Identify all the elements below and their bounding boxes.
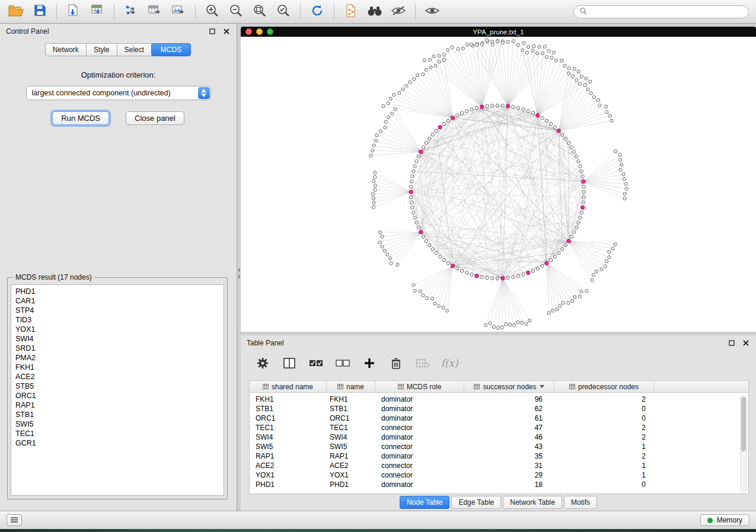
search-network-button[interactable] [363, 2, 386, 21]
tab-style[interactable]: Style [86, 43, 117, 56]
table-scrollbar[interactable] [740, 395, 747, 492]
mcds-result-item[interactable]: STB5 [15, 382, 219, 391]
network-graph[interactable] [241, 37, 756, 332]
search-box[interactable] [573, 5, 749, 18]
delete-column-button[interactable] [388, 355, 404, 371]
zoom-out-button[interactable] [225, 2, 247, 21]
close-panel-icon[interactable] [741, 339, 750, 348]
tab-mcds[interactable]: MCDS [151, 43, 191, 56]
table-row[interactable]: YOX1YOX1connector291 [250, 470, 748, 480]
mcds-result-item[interactable]: PMA2 [15, 353, 219, 363]
column-header-name[interactable]: name [327, 381, 375, 392]
close-panel-icon[interactable] [222, 27, 231, 36]
mcds-result-item[interactable]: SWI5 [15, 419, 219, 429]
table-row[interactable]: SWI5SWI5connector431 [250, 442, 748, 451]
open-session-button[interactable] [5, 2, 27, 21]
mcds-result-item[interactable]: ORC1 [15, 391, 219, 400]
table-cell: 46 [464, 433, 554, 441]
run-mcds-button[interactable]: Run MCDS [52, 111, 109, 125]
import-network-file-button[interactable] [62, 2, 85, 21]
tab-network-table[interactable]: Network Table [503, 496, 562, 509]
add-column-button[interactable] [362, 355, 377, 371]
zoom-selected-button[interactable] [272, 2, 295, 21]
deselect-all-button[interactable] [335, 355, 350, 371]
table-cell: dominator [375, 414, 464, 422]
share-document-button[interactable] [340, 2, 362, 21]
minimize-window-icon[interactable] [256, 28, 263, 35]
network-export-icon [124, 4, 138, 20]
task-history-button[interactable] [7, 514, 22, 526]
show-graphics-button[interactable] [421, 2, 444, 21]
select-all-button[interactable] [308, 355, 324, 371]
import-table-file-button[interactable] [86, 2, 109, 21]
table-cell: STB1 [250, 405, 327, 413]
mcds-result-list[interactable]: PHD1CAR1STP4TID3YOX1SWI4SRD1PMA2FKH1ACE2… [11, 284, 224, 496]
column-header-shared-name[interactable]: shared name [250, 381, 327, 392]
network-canvas[interactable] [241, 37, 756, 332]
table-row[interactable]: RAP1RAP1dominator352 [250, 451, 748, 461]
export-image-button[interactable] [167, 2, 190, 21]
optimization-criterion-select[interactable]: largest connected component (undirected) [26, 86, 211, 100]
mcds-result-item[interactable]: SWI4 [15, 334, 219, 344]
refresh-button[interactable] [306, 2, 328, 21]
mcds-result-item[interactable]: STB1 [15, 410, 219, 419]
mcds-result-item[interactable]: ACE2 [15, 372, 219, 382]
table-cell: 1 [554, 462, 654, 470]
table-scrollbar-thumb[interactable] [741, 397, 746, 451]
split-column-button[interactable] [282, 355, 297, 371]
mcds-result-item[interactable]: TID3 [15, 315, 219, 325]
image-export-icon [171, 4, 186, 20]
tab-select[interactable]: Select [117, 43, 152, 56]
table-cell: 18 [464, 480, 554, 489]
mcds-result-item[interactable]: GCR1 [15, 438, 219, 448]
table-row[interactable]: ACE2ACE2connector311 [250, 461, 748, 470]
column-header-mcds-role[interactable]: MCDS role [375, 381, 464, 392]
column-header-predecessor-nodes[interactable]: predecessor nodes [554, 381, 654, 392]
delete-table-button[interactable] [415, 355, 430, 371]
table-cell: 2 [554, 452, 654, 460]
tab-motifs[interactable]: Motifs [564, 496, 597, 509]
table-row[interactable]: SWI4SWI4dominator462 [250, 432, 748, 442]
memory-button[interactable]: Memory [700, 514, 749, 526]
table-row[interactable]: ORC1ORC1dominator610 [250, 414, 748, 423]
table-row[interactable]: PHD1PHD1dominator180 [250, 480, 748, 489]
mcds-result-item[interactable]: STP4 [15, 306, 219, 315]
save-session-button[interactable] [28, 2, 51, 21]
zoom-in-button[interactable] [201, 2, 224, 21]
column-header-successor-nodes[interactable]: successor nodes [464, 381, 554, 392]
mcds-result-item[interactable]: PHD1 [15, 287, 219, 296]
maximize-window-icon[interactable] [267, 28, 273, 35]
table-row[interactable]: TEC1TEC1connector472 [250, 423, 748, 432]
mcds-result-item[interactable]: RAP1 [15, 400, 219, 410]
network-titlebar[interactable]: YPA_prune.txt_1 [241, 27, 756, 37]
table-cell: FKH1 [327, 395, 375, 403]
control-panel-tabbar: Network Style Select MCDS [0, 43, 237, 56]
float-panel-icon[interactable] [727, 339, 736, 348]
list-icon [10, 515, 18, 525]
table-settings-button[interactable] [255, 355, 270, 371]
tab-node-table[interactable]: Node Table [400, 496, 450, 509]
mcds-result-item[interactable]: FKH1 [15, 363, 219, 372]
export-table-button[interactable] [143, 2, 166, 21]
export-network-button[interactable] [120, 2, 142, 21]
tab-network[interactable]: Network [45, 43, 87, 56]
toolbar-separator [56, 4, 57, 20]
zoom-fit-button[interactable] [248, 2, 271, 21]
table-cell: PHD1 [327, 480, 375, 489]
mcds-result-item[interactable]: YOX1 [15, 325, 219, 334]
table-row[interactable]: FKH1FKH1dominator962 [250, 395, 748, 404]
float-panel-icon[interactable] [208, 27, 216, 36]
mcds-result-item[interactable]: TEC1 [15, 429, 219, 438]
close-panel-button[interactable]: Close panel [126, 111, 184, 125]
search-input[interactable] [591, 8, 743, 16]
hide-selected-button[interactable] [387, 2, 410, 21]
optimization-criterion-label: Optimization criterion: [0, 70, 237, 79]
table-row[interactable]: STB1STB1dominator620 [250, 404, 748, 414]
table-cell: 0 [554, 414, 654, 422]
column-type-icon [569, 384, 575, 389]
tab-edge-table[interactable]: Edge Table [451, 496, 501, 509]
function-builder-button[interactable]: f(x) [442, 355, 457, 371]
close-window-icon[interactable] [245, 28, 252, 35]
mcds-result-item[interactable]: SRD1 [15, 344, 219, 353]
mcds-result-item[interactable]: CAR1 [15, 296, 219, 306]
